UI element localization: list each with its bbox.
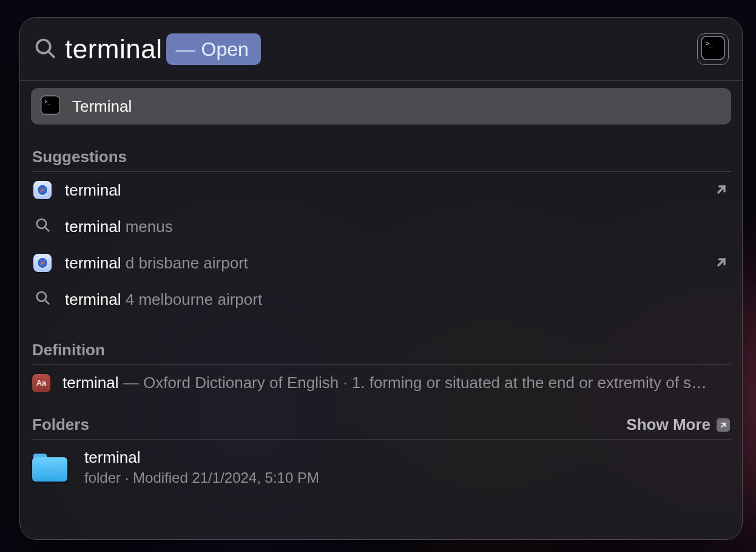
top-hit-label: Terminal (72, 97, 132, 116)
safari-icon (33, 254, 52, 272)
suggestion-text: terminal menus (65, 217, 173, 236)
search-icon (35, 290, 50, 310)
folder-icon (32, 454, 67, 482)
safari-icon (33, 181, 52, 199)
open-external-icon (715, 181, 727, 200)
search-row: terminal — Open >_ (20, 18, 742, 81)
svg-line-11 (45, 227, 49, 231)
suggestion-text: terminal (65, 181, 121, 200)
terminal-icon: >_ (41, 95, 60, 117)
show-more-button[interactable]: Show More (626, 415, 730, 434)
suggestions-list: terminalterminal menusterminal d brisban… (31, 172, 731, 318)
expand-icon (717, 418, 730, 432)
svg-text:>_: >_ (44, 99, 50, 104)
folders-list: terminalfolder · Modified 21/1/2024, 5:1… (31, 440, 731, 486)
search-action-pill[interactable]: — Open (166, 33, 261, 65)
search-input[interactable]: terminal — Open (65, 33, 261, 65)
folder-row[interactable]: terminalfolder · Modified 21/1/2024, 5:1… (31, 440, 731, 486)
section-header-folders: Folders Show More (31, 415, 731, 440)
section-header-suggestions: Suggestions (31, 148, 731, 172)
search-query-text: terminal (65, 36, 163, 63)
suggestion-row[interactable]: terminal menus (31, 208, 731, 245)
search-icon (35, 217, 50, 237)
section-header-definition: Definition (31, 341, 731, 365)
definition-row[interactable]: Aa terminal — Oxford Dictionary of Engli… (31, 365, 731, 392)
dash-icon: — (176, 39, 195, 59)
suggestion-text: terminal d brisbane airport (65, 254, 248, 273)
search-action-label: Open (201, 39, 249, 59)
section-title: Definition (32, 341, 105, 359)
svg-line-1 (49, 52, 54, 57)
svg-text:>_: >_ (706, 40, 714, 47)
folder-meta: folder · Modified 21/1/2024, 5:10 PM (84, 469, 319, 486)
dictionary-icon: Aa (32, 374, 50, 392)
open-external-icon (715, 254, 727, 273)
svg-line-17 (45, 300, 49, 304)
suggestion-row[interactable]: terminal (31, 172, 731, 208)
suggestion-row[interactable]: terminal d brisbane airport (31, 245, 731, 281)
section-title: Suggestions (32, 148, 127, 166)
top-hit-app-icon: >_ (697, 33, 729, 65)
folder-name: terminal (84, 448, 319, 467)
search-icon (33, 36, 56, 62)
suggestion-text: terminal 4 melbourne airport (65, 290, 262, 309)
top-hit-row[interactable]: >_ Terminal (31, 88, 731, 124)
definition-text: terminal — Oxford Dictionary of English … (62, 373, 707, 392)
spotlight-panel: terminal — Open >_ >_ (19, 17, 743, 540)
suggestion-row[interactable]: terminal 4 melbourne airport (31, 281, 731, 318)
section-title: Folders (32, 415, 89, 434)
terminal-icon: >_ (701, 36, 725, 63)
